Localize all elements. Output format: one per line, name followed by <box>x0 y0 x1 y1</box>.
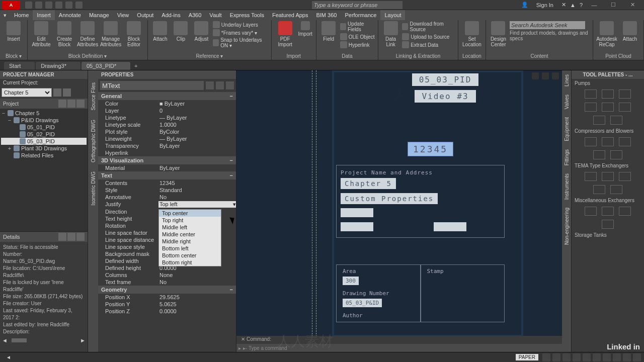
tpv-fittings[interactable]: Fittings <box>563 145 571 169</box>
prop-layer[interactable]: Layer0 <box>98 107 236 114</box>
prop-hyperlink[interactable]: Hyperlink <box>98 149 236 156</box>
tab-express[interactable]: Express Tools <box>226 10 268 20</box>
frames-vary[interactable]: *Frames vary* ▾ <box>213 29 268 36</box>
hyperlink[interactable]: Hyperlink <box>340 41 375 48</box>
tab-vault[interactable]: Vault <box>205 10 225 20</box>
sect-general[interactable]: General− <box>98 92 236 100</box>
tab-a360[interactable]: A360 <box>185 10 206 20</box>
sb-ico7[interactable] <box>603 353 611 361</box>
help-search[interactable]: Type a keyword or phrase <box>312 1 403 9</box>
tpv-instruments[interactable]: Instruments <box>563 169 571 204</box>
tema-icon-2[interactable] <box>602 172 614 181</box>
pump-icon-4[interactable] <box>585 103 597 112</box>
comp-icon-1[interactable] <box>585 137 597 146</box>
pm-tool2-icon[interactable] <box>63 88 71 97</box>
group-block[interactable]: Block ▾ <box>3 52 24 59</box>
set-location-button[interactable]: Set Location <box>461 21 482 47</box>
sb-ico1[interactable] <box>542 353 550 361</box>
tab-output[interactable]: Output <box>133 10 157 20</box>
prop-columns[interactable]: ColumnsNone <box>98 272 236 279</box>
tpv-lines[interactable]: Lines <box>563 70 571 90</box>
manage-attributes-button[interactable]: Manage Attributes <box>100 21 121 47</box>
tab-annotate[interactable]: Annotate <box>55 10 85 20</box>
pump-icon-6[interactable] <box>619 103 631 112</box>
app-menu-icon[interactable]: ▾ <box>0 12 10 19</box>
justify-dropdown[interactable]: Top centerTop rightMiddle leftMiddle cen… <box>158 209 221 266</box>
pump-icon-8[interactable] <box>610 116 622 125</box>
prop-plot-style[interactable]: Plot styleByColor <box>98 128 236 135</box>
pump-icon-3[interactable] <box>619 89 631 99</box>
app-logo[interactable]: A <box>2 1 20 10</box>
prop-style[interactable]: StyleStandard <box>98 187 236 194</box>
adjust-button[interactable]: Adjust <box>192 21 211 42</box>
tab-performance[interactable]: Performance <box>341 10 380 20</box>
sb-ico9[interactable] <box>623 353 631 361</box>
details-ico3[interactable] <box>76 233 85 241</box>
recap-button[interactable]: Autodesk ReCap <box>596 21 617 47</box>
tema-icon-5[interactable] <box>610 185 622 194</box>
pm-tool1-icon[interactable] <box>53 88 61 97</box>
qat-redo-icon[interactable] <box>65 2 72 9</box>
edit-attribute-button[interactable]: Edit Attribute <box>31 21 52 47</box>
pump-icon-1[interactable] <box>585 89 597 99</box>
sb-ico5[interactable] <box>583 353 591 361</box>
qat-print-icon[interactable] <box>75 2 83 9</box>
field-button[interactable]: Field <box>319 21 338 42</box>
import-button[interactable]: Import <box>298 21 313 37</box>
close-button[interactable]: ✕ <box>625 1 640 10</box>
prop-contents[interactable]: Contents12345 <box>98 179 236 187</box>
tpv-valves[interactable]: Valves <box>563 90 571 113</box>
snap-underlays[interactable]: Snap to Underlays ON ▾ <box>213 37 268 48</box>
comp-icon-5[interactable] <box>610 150 622 159</box>
justify-opt-top-right[interactable]: Top right <box>159 217 221 224</box>
justify-opt-middle-left[interactable]: Middle left <box>159 224 221 231</box>
pc-attach-button[interactable]: Attach <box>619 21 640 42</box>
tree-plant3d[interactable]: +Plant 3D Drawings <box>1 145 87 152</box>
new-tab-button[interactable]: + <box>131 62 140 70</box>
prop-color[interactable]: Color■ ByLayer <box>98 100 236 107</box>
sb-ico10[interactable] <box>633 353 641 361</box>
selected-mtext[interactable]: 12345 <box>408 142 453 156</box>
group-reference[interactable]: Reference ▾ <box>151 52 268 59</box>
sb-ico4[interactable] <box>573 353 581 361</box>
tpv-equipment[interactable]: Equipment <box>563 113 571 145</box>
justify-opt-bottom-center[interactable]: Bottom center <box>159 252 221 259</box>
vtab-source[interactable]: Source Files <box>90 80 97 113</box>
justify-opt-middle-center[interactable]: Middle center <box>159 231 221 238</box>
seek-search[interactable]: Search Autodesk Seek <box>510 21 585 29</box>
tab-view[interactable]: View <box>113 10 133 20</box>
tree-related[interactable]: Related Files <box>1 152 87 159</box>
group-blockdef[interactable]: Block Definition ▾ <box>31 52 144 59</box>
tree-0503[interactable]: 05_03_PID <box>1 138 87 145</box>
tree-chapter5[interactable]: −Chapter 5 <box>1 110 87 117</box>
sb-ico3[interactable] <box>562 353 571 361</box>
qat-undo-icon[interactable] <box>55 2 62 9</box>
tree-0501[interactable]: 05_01_PID <box>1 124 87 131</box>
underlay-layers[interactable]: Underlay Layers <box>213 21 268 28</box>
tema-icon-4[interactable] <box>593 185 605 194</box>
prop-annotative[interactable]: AnnotativeNo <box>98 194 236 201</box>
misc-icon-4[interactable] <box>602 220 614 229</box>
sect-geometry[interactable]: Geometry− <box>98 286 236 294</box>
props-sel-icon[interactable] <box>226 81 234 89</box>
prop-justify[interactable]: JustifyTop left▾Top centerTop rightMiddl… <box>98 201 236 208</box>
pump-icon-2[interactable] <box>602 89 614 99</box>
prop-linetype[interactable]: Linetype— ByLayer <box>98 114 236 121</box>
pump-icon-7[interactable] <box>593 116 605 125</box>
tab-addins[interactable]: Add-ins <box>157 10 184 20</box>
qat-save-icon[interactable] <box>45 2 52 9</box>
define-attributes-button[interactable]: Define Attributes <box>77 21 98 47</box>
justify-opt-bottom-right[interactable]: Bottom right <box>159 259 221 266</box>
maximize-button[interactable]: ☐ <box>606 1 621 10</box>
misc-icon-2[interactable] <box>602 207 614 216</box>
comp-icon-3[interactable] <box>619 137 631 146</box>
pm-hdr-ico2[interactable] <box>67 100 75 108</box>
update-fields[interactable]: Update Fields <box>340 21 375 32</box>
block-editor-button[interactable]: Block Editor <box>123 21 144 47</box>
project-select[interactable]: Chapter 5 <box>2 88 52 97</box>
tree-0502[interactable]: 05_02_PID <box>1 131 87 138</box>
pdf-import-button[interactable]: PDF Import <box>275 21 296 47</box>
prop-position-x[interactable]: Position X29.5625 <box>98 294 236 301</box>
cmd-close-icon[interactable]: ✕ <box>239 336 247 343</box>
misc-icon-1[interactable] <box>585 207 597 216</box>
